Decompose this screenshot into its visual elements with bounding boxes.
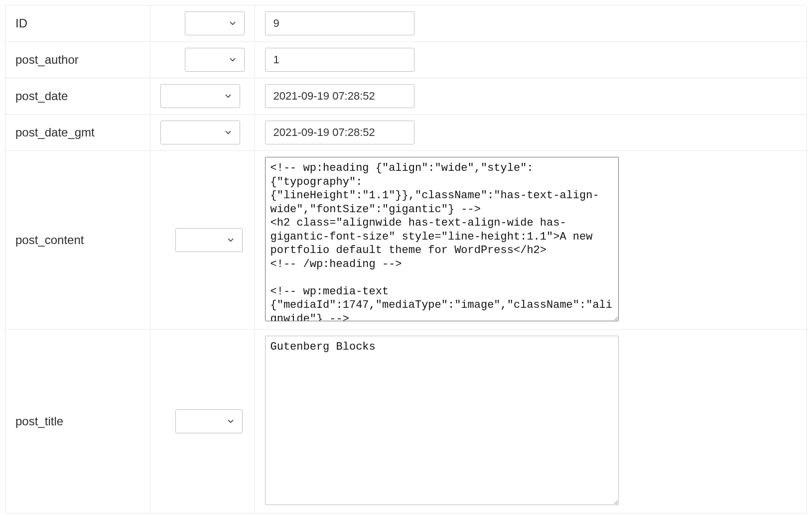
field-value-cell	[255, 42, 807, 78]
db-record-table: ID post_author	[5, 5, 807, 514]
field-value-cell	[255, 5, 807, 42]
id-input[interactable]	[265, 11, 414, 35]
post-title-textarea[interactable]	[265, 336, 619, 505]
function-select-post-author[interactable]	[185, 48, 245, 72]
chevron-down-icon	[228, 55, 237, 64]
record-fields-table: ID post_author	[5, 5, 807, 513]
function-select-id[interactable]	[185, 11, 245, 35]
function-select-post-date[interactable]	[160, 84, 240, 108]
field-value-cell	[255, 115, 807, 151]
field-value-cell	[255, 78, 807, 115]
field-function-cell	[150, 115, 255, 151]
field-function-cell	[150, 5, 255, 42]
field-function-cell	[150, 42, 255, 78]
field-function-cell	[150, 151, 255, 330]
chevron-down-icon	[224, 92, 233, 101]
field-value-cell	[255, 151, 807, 330]
field-label-post-date: post_date	[5, 78, 150, 115]
post-date-gmt-input[interactable]	[265, 121, 414, 144]
chevron-down-icon	[224, 128, 233, 137]
field-label-post-content: post_content	[5, 151, 150, 330]
table-row: ID	[5, 5, 807, 42]
function-select-post-title[interactable]	[175, 409, 243, 433]
field-label-post-author: post_author	[5, 42, 150, 78]
post-date-input[interactable]	[265, 84, 414, 108]
post-content-textarea[interactable]	[265, 157, 619, 321]
field-label-id: ID	[5, 5, 150, 42]
field-label-post-title: post_title	[5, 330, 150, 514]
table-row: post_author	[5, 42, 807, 78]
table-row: post_title	[5, 330, 807, 514]
field-function-cell	[150, 78, 255, 115]
chevron-down-icon	[226, 417, 235, 426]
post-author-input[interactable]	[265, 48, 414, 72]
chevron-down-icon	[228, 19, 237, 28]
field-label-post-date-gmt: post_date_gmt	[5, 115, 150, 151]
function-select-post-content[interactable]	[175, 228, 243, 252]
field-value-cell	[255, 330, 807, 514]
field-function-cell	[150, 330, 255, 514]
table-row: post_date_gmt	[5, 115, 807, 151]
table-row: post_date	[5, 78, 807, 115]
table-row: post_content	[5, 151, 807, 330]
function-select-post-date-gmt[interactable]	[160, 121, 240, 144]
chevron-down-icon	[226, 236, 235, 245]
